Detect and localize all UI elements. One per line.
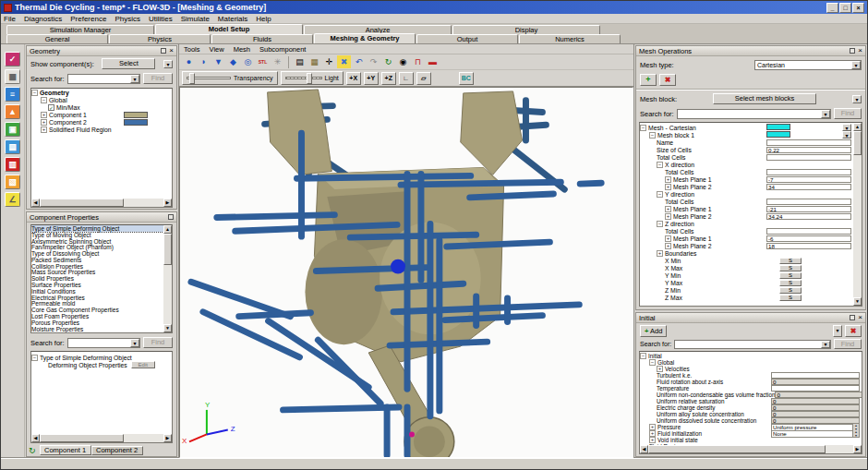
tree-row[interactable]: Uniform alloy solute concentration0 [640,411,862,417]
total-cells-field[interactable] [766,154,851,161]
expand-icon[interactable] [657,221,663,227]
gas-volume-fraction-field[interactable]: 0 [775,392,862,398]
expand-icon[interactable] [649,132,656,139]
xmin-boundary-button[interactable]: S [779,258,802,264]
expand-icon[interactable] [31,355,38,361]
tab-simulation-manager[interactable]: Simulation Manager [6,25,154,34]
expand-icon[interactable] [649,430,656,437]
alloy-solute-field[interactable]: 0 [771,411,860,417]
x-mesh-plane1-field[interactable]: -7 [766,176,851,183]
mesh-type-dropdown[interactable]: Cartesian▾ [754,60,862,70]
expand-icon[interactable] [649,437,656,443]
tree-row[interactable]: Total Cells [640,198,853,205]
expand-icon[interactable] [41,112,47,118]
pin-icon[interactable] [161,48,166,54]
mesh-block-color-swatch[interactable] [766,131,790,138]
tree-row[interactable]: Velocities [640,366,862,372]
y-total-cells-field[interactable] [766,199,851,205]
expand-icon[interactable] [657,191,663,198]
expand-icon[interactable] [31,90,38,96]
fluid-rotation-field[interactable]: 0 [771,379,860,385]
chevron-down-icon[interactable]: ▾ [842,124,851,131]
temperature-field[interactable] [771,385,860,392]
tree-row[interactable]: Type of Simple Deforming Object [31,354,172,361]
tree-row[interactable]: X MinS [640,257,853,264]
tab-numerics[interactable]: Numerics [519,34,621,43]
tree-row[interactable]: Initial [640,353,862,359]
expand-icon[interactable] [657,366,663,372]
network-icon[interactable]: ▲ [5,104,20,119]
fluid-initialization-dropdown[interactable]: None▴▾ [771,430,860,438]
mesh-color-swatch[interactable] [766,124,790,130]
pin-icon[interactable] [850,315,855,320]
probe-axes-icon[interactable]: ✛ [322,55,336,68]
layers-icon[interactable]: ≡ [5,87,20,102]
expand-icon[interactable] [640,125,646,131]
expand-icon[interactable] [41,97,47,103]
expand-icon[interactable] [657,162,663,168]
electric-charge-field[interactable]: 0 [771,404,860,411]
tab-display[interactable]: Display [452,25,600,34]
tree-row[interactable]: Z direction [640,220,853,227]
magnet-icon[interactable]: ⊓ [411,55,425,68]
select-dropdown-icon[interactable]: ▾ [163,60,173,68]
torus-tool-icon[interactable]: ◎ [241,55,255,68]
chevron-down-icon[interactable]: ▾ [842,131,851,139]
horizontal-scrollbar[interactable]: ◀▶ [640,445,862,453]
pin-icon[interactable] [850,48,855,54]
checkbox-icon[interactable]: ✓ [48,104,54,111]
tree-row[interactable]: Global [31,96,172,103]
menu-preference[interactable]: Preference [70,15,106,23]
menu-view[interactable]: View [210,45,224,54]
menu-materials[interactable]: Materials [218,15,247,23]
zmax-boundary-button[interactable]: S [779,295,802,301]
view-plus-y-button[interactable]: +Y [364,72,379,85]
tree-row[interactable]: Mesh Plane 1-21 [640,205,853,212]
restore-button[interactable]: □ [839,3,851,13]
tree-row[interactable]: Void initial state [640,437,862,443]
select-components-button[interactable]: Select [102,58,155,69]
tree-row[interactable]: X MaxS [640,264,853,271]
tree-row[interactable]: Fluid rotation about z-axis0 [640,379,862,385]
expand-icon[interactable] [640,353,646,359]
regenerate-component-icon[interactable]: ↻ [29,446,36,455]
boundary-conditions-button[interactable]: BC [459,72,474,85]
tree-row[interactable]: Z MinS [640,286,853,294]
chevron-down-icon[interactable]: ▾ [852,95,862,103]
tree-row[interactable]: Y direction [640,190,853,198]
cylinder-tool-icon[interactable]: ◗ [197,55,211,68]
light-slider[interactable] [285,77,322,79]
cone-tool-icon[interactable]: ▼ [211,55,225,68]
3d-canvas[interactable]: Y X Z [179,87,633,458]
expand-icon[interactable] [649,424,656,430]
check-badge-icon[interactable]: ✓ [5,52,20,66]
tree-row[interactable]: Uniform relative saturation0 [640,398,862,404]
tree-row[interactable]: Solidified Fluid Region [31,126,172,133]
tree-row[interactable]: Deforming Object PropertiesEdit [31,361,172,368]
undo-icon[interactable]: ↶ [352,55,366,68]
tree-row[interactable]: ✓Min/Max [31,103,172,111]
redo-icon[interactable]: ↷ [367,55,380,68]
menu-utilities[interactable]: Utilities [149,15,173,23]
tree-row[interactable]: Temperature [640,385,862,392]
menu-physics[interactable]: Physics [115,15,140,23]
menu-subcomponent[interactable]: Subcomponent [259,45,306,54]
ymax-boundary-button[interactable]: S [779,280,802,286]
chevron-down-icon[interactable]: ▾ [821,110,830,118]
regenerate-icon[interactable]: ↻ [381,55,395,68]
tree-row[interactable]: Electric charge density0 [640,404,862,411]
pyramid-tool-icon[interactable]: ◆ [226,55,240,68]
perspective-view-icon[interactable]: ▱ [416,72,431,85]
tab-meshing-geometry[interactable]: Meshing & Geometry [314,33,416,43]
z-total-cells-field[interactable] [766,228,851,235]
tree-row[interactable]: Y MaxS [640,279,853,286]
ruler-icon[interactable]: ▤ [5,139,20,154]
add-initial-button[interactable]: + Add [640,325,667,337]
close-button[interactable]: × [852,3,864,13]
tree-row[interactable]: Mesh Plane 1-6 [640,235,853,242]
initial-find-button[interactable]: Find [834,339,862,349]
grid-icon[interactable]: ▦ [5,69,20,84]
isometric-view-icon[interactable]: ∟ [399,72,414,85]
relative-saturation-field[interactable]: 0 [771,398,860,404]
spinner-icon[interactable]: ▴▾ [852,430,859,437]
